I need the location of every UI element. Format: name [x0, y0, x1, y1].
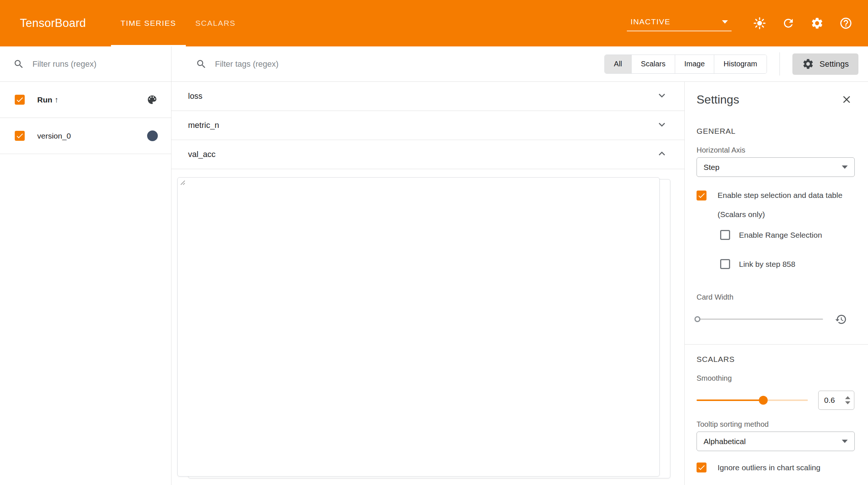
runs-filter-row: [0, 46, 171, 82]
ignore-outliers-checkbox[interactable]: [697, 463, 706, 472]
card-resize-handle[interactable]: [177, 177, 660, 477]
smoothing-value-input[interactable]: 0.6: [818, 391, 854, 410]
slider-thumb[interactable]: [694, 316, 700, 322]
horizontal-axis-value: Step: [704, 163, 719, 172]
main-tabs: TIME SERIES SCALARS: [111, 0, 245, 46]
runs-header-row: Run ↑: [0, 82, 171, 118]
tab-time-series[interactable]: TIME SERIES: [111, 0, 186, 46]
tag-toolbar: All Scalars Image Histogram Settings: [171, 46, 868, 82]
close-icon: [841, 94, 853, 105]
tag-type-filter-group: All Scalars Image Histogram: [604, 55, 767, 74]
tag-filter-input[interactable]: [215, 59, 407, 69]
smoothing-slider[interactable]: [697, 394, 808, 407]
tooltip-sort-select[interactable]: Alphabetical: [697, 432, 855, 451]
toolbar-divider: [780, 52, 780, 76]
step-selection-label-line2: (Scalars only): [718, 205, 843, 224]
slider-thumb[interactable]: [759, 396, 768, 405]
help-icon: [839, 17, 853, 30]
slider-track: [697, 319, 823, 320]
settings-panel: Settings GENERAL Horizontal Axis Step En…: [684, 82, 868, 485]
top-bar-actions: INACTIVE: [627, 13, 868, 34]
close-settings-button[interactable]: [839, 91, 855, 108]
gear-icon: [802, 58, 814, 70]
check-icon: [15, 132, 24, 140]
help-button[interactable]: [836, 13, 856, 34]
smoothing-slider-row: 0.6: [697, 391, 855, 410]
scalar-card-val-acc: val_acc: [188, 179, 670, 478]
section-label: val_acc: [188, 150, 216, 159]
chip-image[interactable]: Image: [675, 55, 714, 73]
search-icon: [13, 59, 24, 70]
section-metric-n[interactable]: metric_n: [171, 111, 684, 140]
main-content: loss metric_n val_acc val_acc: [171, 82, 684, 485]
horizontal-axis-label: Horizontal Axis: [697, 146, 855, 154]
chevron-down-icon: [842, 440, 848, 443]
settings-toggle-button[interactable]: Settings: [792, 53, 859, 75]
general-heading: GENERAL: [697, 127, 855, 136]
chevron-down-icon: [722, 20, 728, 24]
reset-card-width-button[interactable]: [833, 311, 849, 327]
sun-icon: [753, 17, 766, 30]
smoothing-label: Smoothing: [697, 374, 855, 383]
run-name: version_0: [37, 132, 71, 140]
link-by-step-checkbox[interactable]: [720, 259, 730, 269]
ignore-outliers-label: Ignore outliers in chart scaling: [718, 463, 820, 472]
settings-button-label: Settings: [820, 59, 849, 69]
check-icon: [697, 191, 706, 200]
reload-status-select[interactable]: INACTIVE: [627, 15, 732, 31]
panel-divider: [685, 344, 868, 345]
tab-scalars[interactable]: SCALARS: [186, 0, 245, 46]
chevron-up-icon[interactable]: [656, 147, 668, 161]
status-label: INACTIVE: [631, 17, 670, 26]
chevron-down-icon[interactable]: [656, 118, 668, 132]
card-width-slider-row: [697, 311, 855, 327]
chevron-down-icon[interactable]: [656, 89, 668, 103]
app-title: TensorBoard: [20, 17, 86, 30]
step-selection-checkbox[interactable]: [697, 191, 706, 200]
section-label: metric_n: [188, 121, 219, 130]
section-val-acc[interactable]: val_acc: [171, 140, 684, 169]
slider-active-track: [697, 399, 763, 401]
chip-histogram[interactable]: Histogram: [714, 55, 766, 73]
settings-panel-header: Settings: [697, 88, 855, 111]
top-bar: TensorBoard TIME SERIES SCALARS INACTIVE: [0, 0, 868, 46]
link-by-step-checkbox-row[interactable]: Link by step 858: [720, 254, 855, 274]
range-selection-checkbox-row[interactable]: Enable Range Selection: [720, 225, 855, 245]
number-steppers[interactable]: [845, 396, 850, 404]
run-checkbox[interactable]: [15, 131, 25, 141]
brightness-toggle-button[interactable]: [749, 13, 770, 34]
link-by-step-label: Link by step 858: [739, 260, 795, 269]
stepper-down-icon[interactable]: [845, 401, 850, 404]
runs-sidebar: Run ↑ version_0: [0, 46, 171, 485]
refresh-button[interactable]: [778, 13, 799, 34]
range-selection-checkbox[interactable]: [720, 230, 730, 240]
runs-filter-input[interactable]: [32, 59, 139, 69]
card-width-label: Card Width: [697, 293, 855, 301]
runs-column-header[interactable]: Run ↑: [37, 95, 58, 104]
chip-scalars[interactable]: Scalars: [631, 55, 675, 73]
card-width-slider[interactable]: [697, 313, 823, 326]
select-all-runs-checkbox[interactable]: [15, 95, 25, 105]
global-settings-button[interactable]: [807, 13, 827, 34]
horizontal-axis-select[interactable]: Step: [697, 157, 855, 177]
scalars-heading: SCALARS: [697, 355, 855, 364]
refresh-icon: [782, 17, 795, 30]
stepper-up-icon[interactable]: [845, 396, 850, 399]
check-icon: [15, 95, 24, 104]
tooltip-sort-value: Alphabetical: [704, 437, 746, 446]
palette-icon[interactable]: [146, 94, 158, 105]
range-selection-label: Enable Range Selection: [739, 231, 822, 240]
gear-icon: [810, 17, 824, 30]
slider-inactive-track: [768, 399, 808, 401]
section-loss[interactable]: loss: [171, 82, 684, 111]
step-selection-label-line1: Enable step selection and data table: [718, 186, 843, 205]
run-color-swatch[interactable]: [147, 130, 158, 141]
chip-all[interactable]: All: [605, 55, 631, 73]
search-icon: [196, 59, 207, 70]
section-label: loss: [188, 91, 202, 101]
settings-title: Settings: [697, 93, 739, 107]
run-row-version-0[interactable]: version_0: [0, 118, 171, 154]
step-selection-checkbox-row[interactable]: Enable step selection and data table (Sc…: [697, 186, 855, 224]
restore-icon: [835, 313, 847, 325]
ignore-outliers-checkbox-row[interactable]: Ignore outliers in chart scaling: [697, 458, 855, 477]
